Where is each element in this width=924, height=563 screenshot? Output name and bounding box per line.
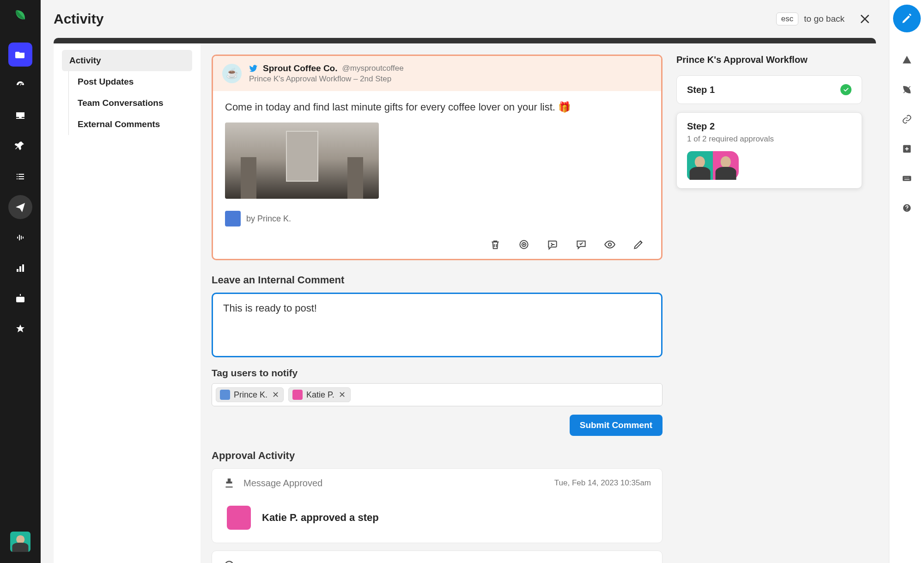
author-byline: by Prince K. [246,214,291,224]
link-icon[interactable] [898,110,916,129]
post-text: Come in today and find last minute gifts… [225,101,649,113]
nav-inbox-icon[interactable] [8,104,32,128]
tab-external-comments[interactable]: External Comments [62,114,192,135]
tab-sidebar: Activity Post Updates Team Conversations… [54,43,201,563]
step-label: Step 1 [687,85,715,95]
compose-button[interactable] [893,5,921,32]
chip-avatar [292,390,303,400]
plus-square-icon[interactable] [898,140,916,158]
history-icon [223,559,235,563]
header: Activity esc to go back [41,0,889,38]
brand-name: Sprout Coffee Co. [263,63,338,73]
tab-post-updates[interactable]: Post Updates [62,71,192,92]
pencil-icon[interactable] [632,239,644,251]
approval-event-time: Tue, Feb 14, 2023 10:35am [554,478,651,488]
chip-label: Katie P. [306,390,334,400]
chip-remove-icon[interactable]: ✕ [271,390,280,400]
approver-avatar [227,506,251,530]
svg-point-3 [608,243,612,246]
go-back-label: to go back [804,14,845,24]
check-circle-icon [840,84,851,95]
tab-team-conversations[interactable]: Team Conversations [62,92,192,114]
comment-section-title: Leave an Internal Comment [212,274,663,286]
nav-send-icon[interactable] [8,195,32,219]
nav-folder-icon[interactable] [8,43,32,67]
help-icon[interactable] [898,199,916,217]
post-body: Come in today and find last minute gifts… [213,91,661,237]
submit-comment-button[interactable]: Submit Comment [570,415,663,436]
svg-point-2 [523,244,524,245]
content-wrap: Activity Post Updates Team Conversations… [54,38,876,563]
alert-icon[interactable] [898,51,916,69]
workflow-step-card[interactable]: Step 1 [676,75,862,104]
approval-activity-title: Approval Activity [212,450,663,462]
target-icon[interactable] [518,239,530,251]
eye-icon[interactable] [604,239,616,251]
tag-users-input[interactable]: Prince K. ✕ Katie P. ✕ [212,383,663,406]
main-column: Activity esc to go back Activity Post Up… [41,0,889,563]
approver-avatar [713,151,739,180]
brand-handle: @mysproutcoffee [342,64,404,73]
feed-column: ☕ Sprout Coffee Co. @mysproutcoffee [201,43,673,563]
nav-bot-icon[interactable] [8,287,32,311]
sprout-logo[interactable] [11,6,30,24]
workflow-title: Prince K's Approval Workflow [676,55,862,65]
step-label: Step 2 [687,121,715,132]
nav-bars-icon[interactable] [8,256,32,280]
approval-event-label: Message Approved [243,478,322,489]
close-icon[interactable] [857,12,872,26]
workflow-step-card[interactable]: Step 2 1 of 2 required approvals [676,112,862,189]
post-card: ☕ Sprout Coffee Co. @mysproutcoffee [212,55,663,260]
post-image [225,122,379,199]
brand-avatar: ☕ [222,64,242,83]
approver-text: Katie P. approved a step [262,512,379,524]
nav-pin-icon[interactable] [8,134,32,158]
chip-avatar [220,390,230,400]
post-actions [213,237,661,259]
approval-card: Message Approved Tue, Feb 14, 2023 10:35… [212,468,663,543]
trash-icon[interactable] [489,239,501,251]
nav-audio-icon[interactable] [8,226,32,250]
approval-card: Message Update Tue, Feb 14, 2023 7:15am [212,551,663,563]
esc-key-hint: esc [776,12,798,25]
step-sublabel: 1 of 2 required approvals [687,135,851,144]
twitter-icon [249,64,258,73]
workflow-column: Prince K's Approval Workflow Step 1 [673,43,876,563]
repost-icon[interactable] [547,239,559,251]
tag-chip: Prince K. ✕ [216,387,284,402]
workflow-step-label: Prince K's Approval Workflow – 2nd Step [249,74,404,84]
author-avatar [225,211,241,226]
page-title: Activity [54,11,103,27]
keyboard-icon[interactable] [898,169,916,188]
nav-gauge-icon[interactable] [8,73,32,97]
chip-label: Prince K. [234,390,267,400]
user-avatar[interactable] [10,532,30,552]
approver-avatar [687,151,713,180]
svg-rect-5 [902,176,911,181]
main-area: ☕ Sprout Coffee Co. @mysproutcoffee [201,43,876,563]
nav-list-icon[interactable] [8,165,32,189]
tag-users-label: Tag users to notify [212,367,663,379]
stamp-icon [223,477,235,489]
tab-activity[interactable]: Activity [62,50,192,71]
left-nav [0,0,41,563]
tag-chip: Katie P. ✕ [288,387,351,402]
right-rail [889,0,924,563]
comment-textarea[interactable] [212,293,663,357]
nav-star-icon[interactable] [8,317,32,341]
post-header: ☕ Sprout Coffee Co. @mysproutcoffee [213,56,661,91]
leaf-icon[interactable] [898,80,916,99]
comment-check-icon[interactable] [575,239,587,251]
chip-remove-icon[interactable]: ✕ [338,390,346,400]
